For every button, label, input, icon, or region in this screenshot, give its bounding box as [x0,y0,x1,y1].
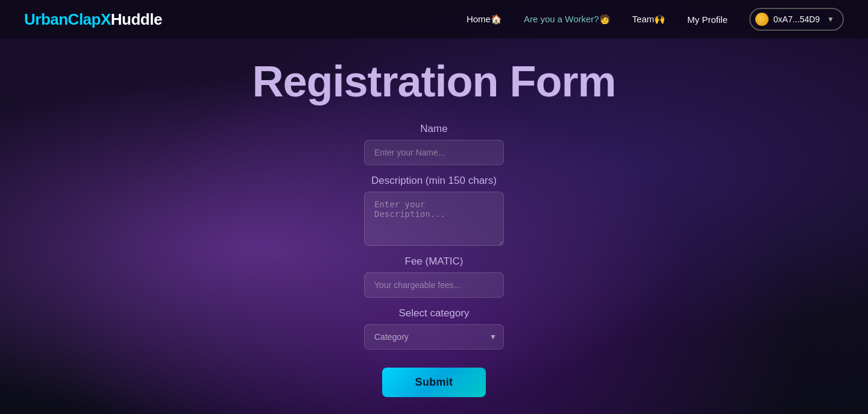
description-input[interactable] [364,192,504,246]
nav-home[interactable]: Home🏠 [467,14,502,25]
wallet-button[interactable]: 0xA7...54D9 ▼ [749,8,844,31]
nav-links: Home🏠 Are you a Worker?🧑 Team🙌 My Profil… [467,8,844,31]
fee-field-group: Fee (MATIC) [0,256,868,298]
description-field-group: Description (min 150 chars) [0,175,868,246]
category-select[interactable]: Category Plumbing Electrical Cleaning Ca… [364,324,504,350]
logo[interactable]: UrbanClapXHuddle [24,10,162,29]
nav-team[interactable]: Team🙌 [632,14,666,25]
fee-input[interactable] [364,272,504,298]
registration-form: Name Description (min 150 chars) Fee (MA… [0,123,868,397]
description-label: Description (min 150 chars) [371,175,497,187]
name-field-group: Name [0,123,868,165]
nav-worker[interactable]: Are you a Worker?🧑 [524,14,611,25]
page-title: Registration Form [252,57,615,106]
nav-profile[interactable]: My Profile [687,14,728,25]
wallet-icon [755,13,769,26]
logo-part1: UrbanClapX [24,10,111,28]
submit-button[interactable]: Submit [382,368,486,397]
main-content: Registration Form Name Description (min … [0,39,868,397]
name-input[interactable] [364,140,504,165]
name-label: Name [420,123,447,135]
category-field-group: Select category Category Plumbing Electr… [0,307,868,350]
category-label: Select category [398,307,469,319]
fee-label: Fee (MATIC) [405,256,464,268]
logo-part2: Huddle [111,10,162,28]
navbar: UrbanClapXHuddle Home🏠 Are you a Worker?… [0,0,868,39]
category-select-wrapper: Category Plumbing Electrical Cleaning Ca… [364,324,504,350]
chevron-down-icon: ▼ [827,15,834,24]
wallet-address: 0xA7...54D9 [773,14,820,24]
